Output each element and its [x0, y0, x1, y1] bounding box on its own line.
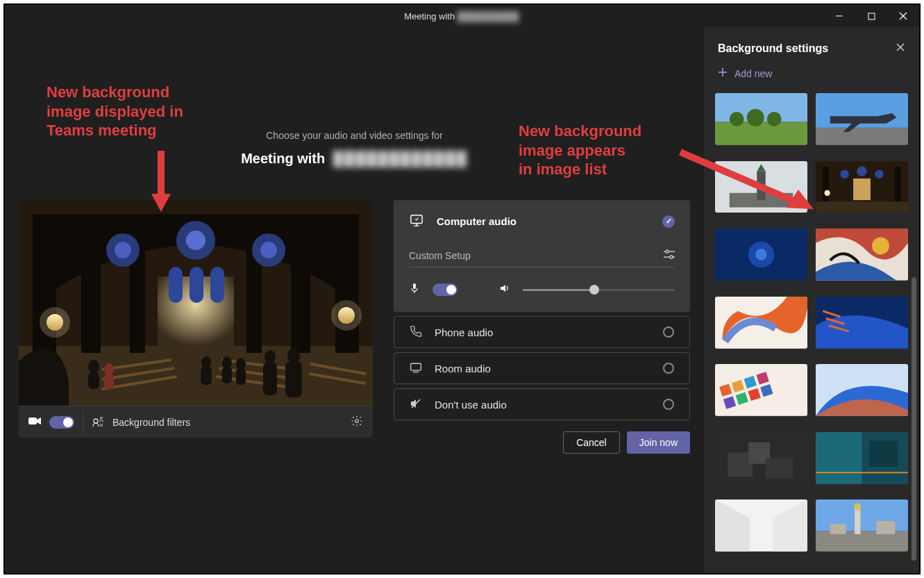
svg-rect-75 — [816, 128, 908, 145]
sliders-icon[interactable] — [664, 249, 675, 261]
svg-point-54 — [355, 420, 359, 423]
bg-thumb-city-monument[interactable] — [816, 499, 908, 552]
custom-setup-label[interactable]: Custom Setup — [409, 250, 471, 261]
svg-point-72 — [747, 109, 764, 126]
phone-icon — [410, 325, 422, 340]
prejoin-title: Meeting with ████████████ — [19, 151, 690, 167]
svg-rect-24 — [190, 267, 203, 303]
pc-audio-icon — [409, 214, 424, 229]
add-new-label: Add new — [734, 68, 772, 79]
title-prefix: Meeting with — [404, 11, 455, 22]
bg-thumb-landscape-field[interactable] — [715, 93, 807, 145]
svg-point-73 — [767, 112, 782, 126]
prejoin-subtitle: Choose your audio and video settings for — [19, 130, 690, 141]
svg-point-87 — [824, 190, 830, 195]
camera-toggle[interactable] — [49, 416, 74, 429]
svg-rect-55 — [411, 215, 422, 224]
video-preview — [19, 200, 373, 406]
svg-point-82 — [840, 170, 848, 178]
svg-rect-70 — [715, 122, 807, 145]
bg-thumb-parliament-building[interactable] — [715, 161, 807, 213]
bg-thumb-abstract-paint[interactable] — [816, 229, 908, 281]
bg-thumb-cubes-dark[interactable] — [715, 432, 807, 484]
computer-audio-card[interactable]: Computer audio ✓ Custom Setup — [394, 200, 690, 312]
svg-rect-25 — [210, 267, 224, 303]
svg-rect-23 — [169, 267, 183, 303]
svg-rect-88 — [816, 201, 908, 213]
svg-rect-78 — [757, 171, 765, 200]
svg-point-83 — [857, 166, 867, 176]
svg-rect-51 — [285, 361, 302, 397]
background-filters-label[interactable]: Background filters — [112, 417, 190, 428]
microphone-icon — [409, 283, 420, 297]
close-button[interactable] — [887, 5, 919, 27]
volume-slider[interactable] — [523, 289, 675, 291]
bg-thumb-color-swatches[interactable] — [715, 364, 807, 416]
phone-audio-option[interactable]: Phone audio — [394, 316, 690, 348]
cancel-button[interactable]: Cancel — [563, 431, 620, 454]
svg-rect-125 — [876, 522, 895, 535]
no-audio-option[interactable]: Don't use audio — [394, 388, 690, 420]
bg-thumb-white-room[interactable] — [715, 499, 807, 552]
svg-rect-45 — [222, 367, 232, 383]
svg-point-22 — [260, 242, 277, 258]
svg-rect-85 — [823, 167, 828, 203]
svg-rect-62 — [411, 363, 421, 370]
bg-thumb-curved-surface-blue[interactable] — [816, 364, 908, 416]
room-audio-option[interactable]: Room audio — [394, 352, 690, 384]
device-settings-button[interactable] — [351, 415, 363, 429]
selected-check-icon: ✓ — [662, 215, 675, 228]
svg-rect-124 — [830, 525, 846, 535]
svg-rect-122 — [855, 509, 860, 534]
bg-thumb-cathedral-interior[interactable] — [816, 161, 908, 213]
panel-scrollbar[interactable] — [912, 277, 916, 561]
screen-icon — [410, 362, 422, 375]
radio-unchecked — [663, 327, 674, 338]
maximize-button[interactable] — [855, 5, 887, 27]
svg-rect-1 — [868, 13, 875, 19]
svg-rect-115 — [869, 440, 898, 466]
svg-point-38 — [88, 360, 99, 374]
speaker-icon — [499, 283, 510, 297]
svg-point-123 — [854, 504, 861, 511]
svg-point-27 — [40, 307, 70, 338]
svg-rect-41 — [104, 374, 114, 389]
prejoin-title-name-masked: ████████████ — [333, 151, 468, 166]
no-audio-label: Don't use audio — [435, 399, 507, 411]
bg-thumb-abstract-ribbon-blue[interactable] — [816, 297, 908, 349]
phone-audio-label: Phone audio — [435, 327, 493, 338]
bg-thumb-abstract-sphere[interactable] — [715, 229, 807, 281]
video-camera-icon — [28, 416, 41, 428]
microphone-toggle[interactable] — [432, 283, 457, 296]
panel-title: Background settings — [718, 42, 828, 55]
bg-thumb-abstract-ribbon-orange[interactable] — [715, 297, 807, 349]
svg-rect-43 — [201, 367, 212, 385]
svg-point-50 — [287, 348, 300, 363]
add-new-button[interactable]: Add new — [704, 65, 919, 88]
radio-unchecked — [663, 399, 674, 410]
panel-close-button[interactable] — [896, 42, 905, 55]
background-effects-icon — [92, 415, 104, 429]
svg-point-20 — [186, 231, 205, 250]
svg-rect-52 — [28, 418, 37, 424]
computer-audio-label: Computer audio — [437, 215, 516, 227]
plus-icon — [718, 67, 728, 79]
radio-unchecked — [663, 363, 674, 374]
svg-point-59 — [670, 256, 673, 258]
svg-point-91 — [755, 249, 767, 261]
svg-point-84 — [875, 170, 883, 178]
svg-point-71 — [730, 112, 744, 126]
background-settings-panel: Background settings Add new — [704, 27, 919, 573]
svg-point-53 — [94, 419, 98, 423]
room-audio-label: Room audio — [435, 363, 491, 374]
bg-thumb-room-teal[interactable] — [816, 432, 908, 484]
titlebar: Meeting with ████████ — [5, 5, 919, 27]
minimize-button[interactable] — [823, 5, 855, 27]
svg-rect-81 — [853, 179, 871, 200]
speaker-off-icon — [410, 397, 422, 412]
bg-thumb-aircraft[interactable] — [816, 93, 908, 145]
svg-rect-39 — [88, 372, 99, 389]
title-name-masked: ████████ — [457, 11, 520, 22]
join-now-button[interactable]: Join now — [627, 431, 690, 454]
svg-rect-86 — [895, 167, 900, 203]
